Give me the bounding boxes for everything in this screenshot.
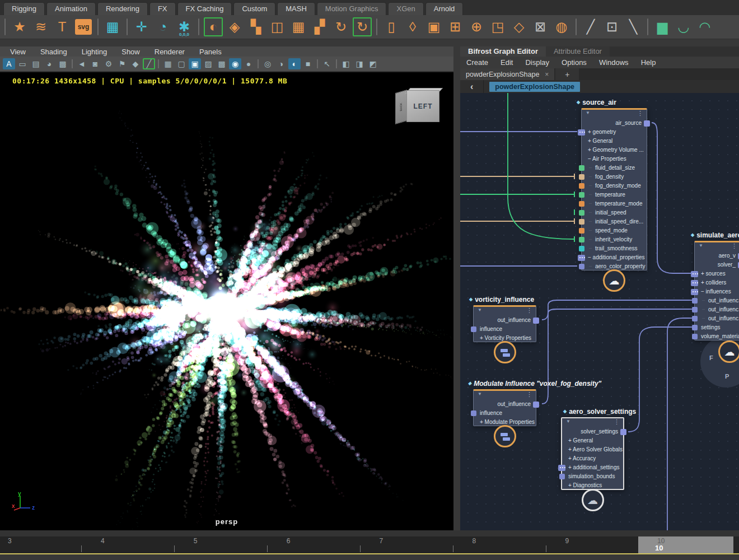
page-cube-icon[interactable]: ◳ xyxy=(488,17,507,36)
node-row-temperature[interactable]: ┈temperature xyxy=(582,190,647,199)
globe-icon[interactable]: ◍ xyxy=(552,17,571,36)
node-row-air-source[interactable]: air_source xyxy=(582,119,647,128)
node-simulate_aero[interactable]: ▼⋮aero_vsolver_+ sources+ colliders− inf… xyxy=(694,241,739,340)
compass-icon[interactable]: ◆ xyxy=(129,58,142,69)
node-row--aero-solver-globals[interactable]: + Aero Solver Globals xyxy=(562,445,623,454)
layer-back-icon[interactable]: ◨ xyxy=(353,58,366,69)
node-row-solver-[interactable]: solver_ xyxy=(695,260,739,269)
sparkle-tool-icon[interactable]: ★ xyxy=(10,17,29,36)
input-port--additional-properties[interactable] xyxy=(578,255,585,261)
curved-plane2-icon[interactable]: ◠ xyxy=(695,17,714,36)
curved-plane-icon[interactable]: ◡ xyxy=(674,17,693,36)
node-row-out-influenc-[interactable]: ┈out_influenc... xyxy=(695,314,739,323)
input-port-aero-color-property[interactable] xyxy=(579,264,584,269)
plane-icon[interactable]: ▆ xyxy=(653,17,672,36)
node-row--geometry[interactable]: + geometry xyxy=(582,128,647,137)
node-row-initial-speed[interactable]: ┈initial_speed xyxy=(582,208,647,217)
node-title-aero_solver_settings[interactable]: ◆aero_solver_settings xyxy=(563,408,636,416)
snap-origin-icon[interactable]: ✱0,0,0 xyxy=(175,17,194,36)
camera-settings-icon[interactable]: ⚙ xyxy=(102,58,115,69)
node-title-simulate_aero[interactable]: ◆simulate_aero xyxy=(691,231,739,239)
shelf-tab-mash[interactable]: MASH xyxy=(277,2,315,15)
final-label[interactable]: F xyxy=(709,354,713,361)
node-row--influences[interactable]: − influences xyxy=(695,287,739,296)
bookmark-icon[interactable]: ⚑ xyxy=(116,58,128,69)
node-row-fluid-detail-size[interactable]: ┈fluid_detail_size xyxy=(582,164,647,172)
input-port-out-influenc-[interactable] xyxy=(692,298,698,304)
node-row-out-influence[interactable]: out_influence xyxy=(474,316,536,325)
helix-tool-icon[interactable]: ≋ xyxy=(31,17,50,36)
camera-icon[interactable]: ◄ xyxy=(76,58,88,69)
current-frame-indicator[interactable]: 1010 xyxy=(638,536,733,553)
merge-icon[interactable]: ⊞ xyxy=(446,17,465,36)
node-row--air-properties[interactable]: − Air Properties xyxy=(582,155,647,164)
output-port-out-influence[interactable] xyxy=(533,402,539,408)
cube-icon[interactable]: ▣ xyxy=(424,17,443,36)
pie-shade-icon[interactable]: ◕ xyxy=(43,58,55,69)
output-port-out-influence[interactable] xyxy=(533,318,539,324)
wire-cube-icon[interactable]: ▢ xyxy=(175,58,188,69)
collapse-arrow-icon[interactable]: ▼ xyxy=(478,391,482,396)
node-modulate_influence[interactable]: ▼⋮out_influenceinfluence+ Modulate Prope… xyxy=(473,389,536,426)
viewport-menu-lighting[interactable]: Lighting xyxy=(77,48,112,56)
editor-tab-bifrost-graph-editor[interactable]: Bifrost Graph Editor xyxy=(460,46,546,57)
shelf-tab-rendering[interactable]: Rendering xyxy=(97,2,148,15)
output-port-air-source[interactable] xyxy=(644,120,650,127)
lattice-icon[interactable]: ⊠ xyxy=(531,17,550,36)
node-row-fog-density-mode[interactable]: ┈fog_density_mode xyxy=(582,181,647,190)
node-row-trail-smoothness[interactable]: ┈trail_smoothness xyxy=(582,244,647,253)
node-row-inherit-velocity[interactable]: ┈inherit_velocity xyxy=(582,235,647,244)
collapse-arrow-icon[interactable]: ▼ xyxy=(478,307,482,312)
node-aero_solver_settings[interactable]: ▼⋮solver_settings+ General+ Aero Solver … xyxy=(561,417,624,490)
select-arrow-icon[interactable]: ↖ xyxy=(321,58,333,69)
node-badge-source_air[interactable]: ☁ xyxy=(603,269,625,292)
node-row--colliders[interactable]: + colliders xyxy=(695,278,739,287)
mash-mirror-icon[interactable]: ◫ xyxy=(268,17,287,36)
node-badge-simulate_aero[interactable]: ☁ xyxy=(718,340,739,363)
input-port-initial-speed[interactable] xyxy=(579,210,584,216)
layer-front-icon[interactable]: ◧ xyxy=(340,58,352,69)
node-badge-vorticity_influence[interactable] xyxy=(494,341,516,363)
diamond-icon[interactable]: ◇ xyxy=(509,17,528,36)
node-badge-modulate_influence[interactable] xyxy=(494,425,516,447)
svg-tool-icon[interactable]: svg xyxy=(74,17,93,36)
shaded-cube-icon[interactable]: ▣ xyxy=(189,58,201,69)
node-source_air[interactable]: ▼⋮air_source+ geometry+ General+ Geometr… xyxy=(581,108,647,270)
shadow-sphere-icon[interactable]: ● xyxy=(242,58,255,69)
bifrost-menu-help[interactable]: Help xyxy=(635,58,662,67)
node-row-settings[interactable]: settings xyxy=(695,323,739,332)
render-view[interactable] xyxy=(1,73,453,530)
mash-replace-sel-icon[interactable]: ↻ xyxy=(353,17,372,36)
film-gate-icon[interactable]: ▤ xyxy=(30,58,42,69)
node-row-initial-speed-dire-[interactable]: ┈initial_speed_dire... xyxy=(582,217,647,226)
input-port-out-influenc-[interactable] xyxy=(692,307,698,312)
timeline-ruler[interactable]: 3456789101010 xyxy=(0,536,739,553)
input-port--colliders[interactable] xyxy=(691,280,698,286)
input-port--geometry[interactable] xyxy=(578,129,585,136)
shelf-tab-fx[interactable]: FX xyxy=(149,2,176,15)
bifrost-menu-create[interactable]: Create xyxy=(460,58,494,67)
input-port-trail-smoothness[interactable] xyxy=(579,246,584,251)
textured-icon[interactable]: ▨ xyxy=(202,58,214,69)
editor-tab-attribute-editor[interactable]: Attribute Editor xyxy=(546,46,610,57)
node-row--accuracy[interactable]: + Accuracy xyxy=(562,454,623,463)
collapse-arrow-icon[interactable]: ▼ xyxy=(566,419,570,424)
node-row-influence[interactable]: influence xyxy=(474,409,536,418)
grid-display-icon[interactable]: ▦ xyxy=(162,58,174,69)
input-port-volume-materia-[interactable] xyxy=(692,334,698,339)
node-title-modulate_influence[interactable]: ◆Modulate Influence "voxel_fog_density" xyxy=(468,380,601,388)
extrude-icon[interactable]: ▯ xyxy=(382,17,401,36)
input-port-inherit-velocity[interactable] xyxy=(579,237,584,242)
input-port--influences[interactable] xyxy=(691,289,698,295)
mash-replace-icon[interactable]: ↻ xyxy=(331,17,350,36)
input-port-simulation-bounds[interactable] xyxy=(559,474,565,479)
node-row-simulation-bounds[interactable]: simulation_bounds xyxy=(562,472,623,481)
shelf-tab-arnold[interactable]: Arnold xyxy=(425,2,464,15)
edit-handles-icon[interactable]: ⊡ xyxy=(602,17,621,36)
pencil-icon[interactable]: ╲ xyxy=(624,17,643,36)
bifrost-menu-edit[interactable]: Edit xyxy=(494,58,519,67)
node-row--additional-properties[interactable]: − additional_properties xyxy=(582,253,647,262)
node-badge-aero_solver_settings[interactable]: ☁ xyxy=(582,489,604,511)
breadcrumb-current[interactable]: powderExplosionShape xyxy=(489,82,580,92)
node-row-out-influenc-[interactable]: ┈out_influenc... xyxy=(695,296,739,305)
